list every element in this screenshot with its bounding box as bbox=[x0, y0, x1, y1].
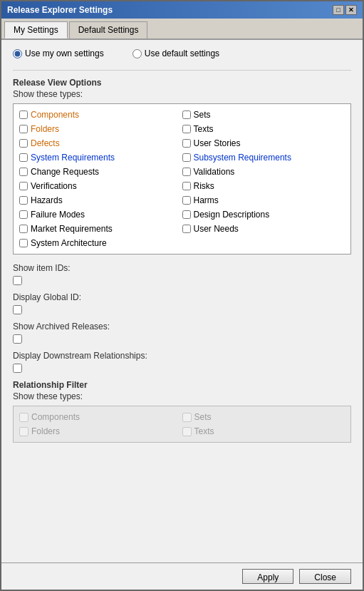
cb-texts[interactable]: Texts bbox=[182, 124, 345, 134]
cb-verifications-input[interactable] bbox=[19, 182, 28, 190]
cb-sets-input[interactable] bbox=[182, 111, 191, 119]
relationship-filter-container: Components Sets Folders Texts bbox=[13, 406, 351, 443]
cb-failure-modes-label: Failure Modes bbox=[31, 210, 85, 220]
cb-components[interactable]: Components bbox=[19, 110, 182, 120]
cb-design-desc-input[interactable] bbox=[182, 210, 191, 219]
cb-subsystem-req[interactable]: Subsystem Requirements bbox=[182, 153, 345, 163]
rf-components: Components bbox=[19, 412, 182, 422]
cb-user-needs-label: User Needs bbox=[194, 224, 239, 234]
cb-validations-input[interactable] bbox=[182, 168, 191, 176]
display-downstream-cb-row bbox=[13, 364, 351, 373]
cb-user-stories-input[interactable] bbox=[182, 139, 191, 148]
cb-risks[interactable]: Risks bbox=[182, 181, 345, 191]
restore-button[interactable]: □ bbox=[333, 5, 344, 15]
show-archived-cb-row bbox=[13, 334, 351, 344]
cb-hazards[interactable]: Hazards bbox=[19, 195, 182, 205]
release-view-grid: Components Sets Folders Texts bbox=[19, 110, 345, 248]
cb-user-needs[interactable]: User Needs bbox=[182, 224, 345, 234]
cb-design-desc-label: Design Descriptions bbox=[194, 210, 270, 220]
cb-harms-input[interactable] bbox=[182, 196, 191, 205]
rf-folders-input bbox=[19, 427, 28, 436]
cb-sets[interactable]: Sets bbox=[182, 110, 345, 120]
rf-texts: Texts bbox=[182, 426, 345, 436]
display-downstream-input[interactable] bbox=[13, 364, 22, 373]
radio-default-settings[interactable]: Use default settings bbox=[132, 48, 219, 58]
cb-validations[interactable]: Validations bbox=[182, 167, 345, 177]
display-global-id-label: Display Global ID: bbox=[13, 292, 351, 302]
show-item-ids-input[interactable] bbox=[13, 276, 22, 285]
rf-texts-input bbox=[182, 427, 192, 436]
cb-defects-input[interactable] bbox=[19, 139, 28, 148]
cb-change-requests[interactable]: Change Requests bbox=[19, 167, 182, 177]
radio-default-input[interactable] bbox=[132, 49, 142, 58]
cb-verifications-label: Verifications bbox=[31, 181, 77, 191]
cb-design-desc[interactable]: Design Descriptions bbox=[182, 210, 345, 220]
rf-texts-label: Texts bbox=[194, 426, 214, 436]
cb-folders-input[interactable] bbox=[19, 125, 28, 133]
close-button[interactable]: ✕ bbox=[345, 5, 357, 15]
rf-sets: Sets bbox=[182, 412, 345, 422]
cb-user-stories-label: User Stories bbox=[194, 138, 241, 148]
cb-components-input[interactable] bbox=[19, 111, 28, 119]
title-bar: Release Explorer Settings □ ✕ bbox=[1, 1, 363, 19]
tab-default-settings[interactable]: Default Settings bbox=[69, 21, 148, 38]
cb-system-req[interactable]: System Requirements bbox=[19, 153, 182, 163]
release-view-grid-container: Components Sets Folders Texts bbox=[13, 103, 351, 255]
cb-risks-label: Risks bbox=[194, 181, 214, 191]
cb-risks-input[interactable] bbox=[182, 182, 191, 190]
cb-change-requests-input[interactable] bbox=[19, 168, 28, 176]
content-area: Use my own settings Use default settings… bbox=[1, 40, 363, 590]
relationship-filter-grid: Components Sets Folders Texts bbox=[19, 412, 345, 436]
display-global-id-input[interactable] bbox=[13, 305, 22, 314]
cb-components-label: Components bbox=[31, 110, 79, 120]
cb-market-req-input[interactable] bbox=[19, 225, 28, 233]
close-button-footer[interactable]: Close bbox=[299, 569, 351, 584]
cb-system-arch[interactable]: System Architecture bbox=[19, 238, 182, 248]
show-archived-input[interactable] bbox=[13, 334, 22, 344]
cb-failure-modes-input[interactable] bbox=[19, 210, 28, 219]
radio-own-input[interactable] bbox=[13, 49, 22, 58]
cb-market-req-label: Market Requirements bbox=[31, 224, 113, 234]
cb-market-req[interactable]: Market Requirements bbox=[19, 224, 182, 234]
show-item-ids-cb-row bbox=[13, 276, 351, 285]
release-view-subtitle: Show these types: bbox=[13, 89, 351, 99]
radio-default-label: Use default settings bbox=[145, 48, 219, 58]
apply-button[interactable]: Apply bbox=[242, 569, 293, 584]
cb-failure-modes[interactable]: Failure Modes bbox=[19, 210, 182, 220]
title-bar-buttons: □ ✕ bbox=[333, 5, 357, 15]
display-global-id-cb-row bbox=[13, 305, 351, 314]
cb-user-stories[interactable]: User Stories bbox=[182, 138, 345, 148]
cb-harms[interactable]: Harms bbox=[182, 195, 345, 205]
rf-folders-label: Folders bbox=[31, 426, 60, 436]
cb-system-req-label: System Requirements bbox=[31, 153, 115, 163]
cb-system-arch-label: System Architecture bbox=[31, 238, 107, 248]
radio-own-label: Use my own settings bbox=[25, 48, 104, 58]
cb-hazards-input[interactable] bbox=[19, 196, 28, 205]
cb-harms-label: Harms bbox=[194, 195, 219, 205]
cb-subsystem-req-input[interactable] bbox=[182, 153, 191, 162]
show-item-ids-option: Show item IDs: bbox=[13, 263, 351, 285]
radio-group: Use my own settings Use default settings bbox=[13, 48, 351, 58]
cb-texts-input[interactable] bbox=[182, 125, 191, 133]
rf-folders: Folders bbox=[19, 426, 182, 436]
tab-my-settings[interactable]: My Settings bbox=[4, 21, 68, 38]
cb-folders-label: Folders bbox=[31, 124, 59, 134]
window: Release Explorer Settings □ ✕ My Setting… bbox=[0, 0, 364, 591]
cb-system-req-input[interactable] bbox=[19, 153, 28, 162]
display-downstream-label: Display Downstream Relationships: bbox=[13, 351, 351, 361]
release-view-title: Release View Options bbox=[13, 78, 351, 88]
cb-folders[interactable]: Folders bbox=[19, 124, 182, 134]
radio-own-settings[interactable]: Use my own settings bbox=[13, 48, 104, 58]
window-title: Release Explorer Settings bbox=[7, 5, 113, 15]
cb-change-requests-label: Change Requests bbox=[31, 167, 99, 177]
cb-system-arch-input[interactable] bbox=[19, 239, 28, 247]
cb-defects[interactable]: Defects bbox=[19, 138, 182, 148]
show-archived-label: Show Archived Releases: bbox=[13, 322, 351, 332]
cb-verifications[interactable]: Verifications bbox=[19, 181, 182, 191]
cb-validations-label: Validations bbox=[194, 167, 235, 177]
rf-sets-input bbox=[182, 413, 192, 422]
display-global-id-option: Display Global ID: bbox=[13, 292, 351, 314]
cb-defects-label: Defects bbox=[31, 138, 60, 148]
cb-user-needs-input[interactable] bbox=[182, 225, 191, 233]
rf-sets-label: Sets bbox=[194, 412, 212, 422]
